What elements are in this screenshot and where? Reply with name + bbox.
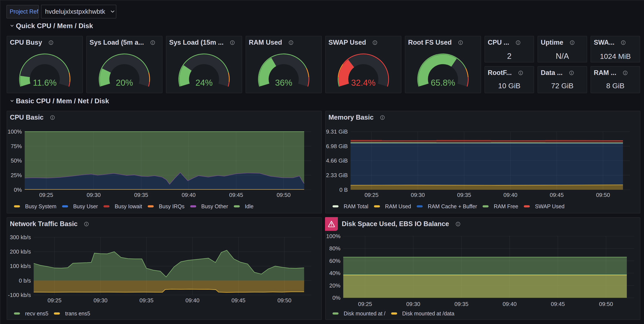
svg-text:09:40: 09:40 (182, 192, 196, 198)
svg-text:4.66 GiB: 4.66 GiB (326, 158, 348, 164)
svg-text:300 kb/s: 300 kb/s (10, 234, 31, 240)
svg-text:0%: 0% (332, 294, 340, 301)
svg-text:09:35: 09:35 (454, 301, 468, 307)
svg-text:09:40: 09:40 (504, 192, 517, 198)
svg-text:6.98 GiB: 6.98 GiB (326, 143, 348, 150)
svg-text:09:30: 09:30 (87, 192, 101, 198)
svg-text:09:45: 09:45 (551, 301, 565, 307)
svg-text:09:35: 09:35 (134, 192, 148, 198)
svg-text:09:50: 09:50 (277, 297, 291, 304)
svg-text:09:35: 09:35 (140, 297, 154, 304)
svg-text:09:35: 09:35 (457, 192, 471, 198)
svg-text:09:30: 09:30 (94, 297, 108, 304)
svg-text:0 b/s: 0 b/s (19, 278, 31, 284)
svg-text:50%: 50% (11, 158, 22, 164)
svg-text:09:50: 09:50 (596, 192, 610, 198)
svg-text:09:45: 09:45 (229, 192, 243, 198)
svg-text:24%: 24% (195, 78, 212, 88)
svg-text:09:30: 09:30 (406, 301, 420, 307)
svg-text:40%: 40% (329, 270, 340, 276)
svg-text:09:25: 09:25 (39, 192, 53, 198)
svg-text:80%: 80% (329, 245, 340, 252)
svg-text:09:50: 09:50 (277, 192, 291, 198)
svg-text:09:45: 09:45 (550, 192, 564, 198)
svg-text:20%: 20% (329, 282, 340, 289)
svg-text:32.4%: 32.4% (351, 78, 376, 88)
svg-text:25%: 25% (11, 172, 22, 178)
svg-text:09:25: 09:25 (48, 297, 62, 304)
svg-text:09:40: 09:40 (503, 301, 517, 307)
svg-text:09:25: 09:25 (358, 301, 372, 307)
svg-text:-100 kb/s: -100 kb/s (8, 292, 31, 298)
svg-text:100%: 100% (326, 233, 341, 240)
svg-text:0%: 0% (14, 186, 22, 193)
svg-text:09:50: 09:50 (599, 301, 613, 307)
svg-text:9.31 GiB: 9.31 GiB (326, 128, 348, 135)
svg-text:09:45: 09:45 (232, 297, 245, 304)
svg-text:36%: 36% (275, 78, 292, 88)
svg-text:65.8%: 65.8% (431, 78, 455, 88)
svg-text:75%: 75% (11, 143, 22, 150)
svg-text:200 kb/s: 200 kb/s (10, 248, 31, 255)
svg-text:09:25: 09:25 (364, 192, 378, 198)
svg-text:2.33 GiB: 2.33 GiB (326, 172, 348, 178)
svg-text:60%: 60% (329, 258, 340, 264)
svg-text:09:30: 09:30 (411, 192, 425, 198)
svg-text:100%: 100% (8, 128, 22, 135)
svg-text:20%: 20% (116, 78, 133, 88)
svg-text:100 kb/s: 100 kb/s (10, 263, 31, 269)
svg-text:09:40: 09:40 (186, 297, 200, 304)
svg-text:11.6%: 11.6% (33, 78, 56, 88)
svg-text:0 B: 0 B (340, 186, 348, 193)
